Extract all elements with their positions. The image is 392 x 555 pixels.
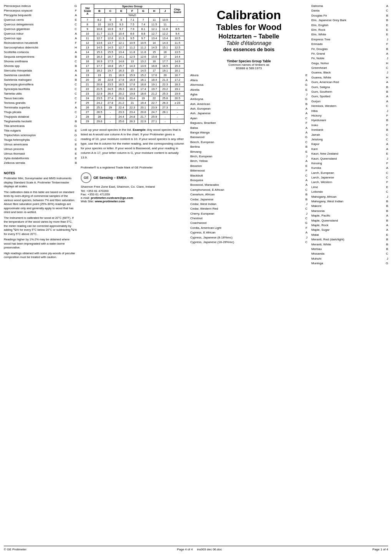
wood-list-item: DahomaA	[311, 4, 388, 8]
wood-list-item: BlackbuttC	[190, 173, 307, 178]
wood-list-item: MakoreB	[311, 204, 388, 208]
table-row: 2524.227.821.22119.422.726.3≥ 23	[81, 101, 184, 105]
calibration-sub-title2: Holztzarten – Tabelle	[190, 33, 307, 40]
wood-list-item: Gum, SalignaB	[311, 85, 388, 90]
calibration-sub-title4: des essences de bois	[190, 47, 307, 53]
wood-list-item: Cypress, Japanese (8-18%mc)J	[190, 235, 307, 240]
wood-list-item: GurjunA	[311, 99, 388, 104]
left-species-item: Quercus delegatensisC	[4, 22, 77, 27]
left-species-item: Triplochiton scleroxylonG	[4, 133, 77, 138]
wood-list-item: Mahogany, West IndianB	[311, 199, 388, 204]
left-species-item: Swietenia mahoganiB	[4, 78, 77, 82]
wood-list-item: Gum, American RedA	[311, 80, 388, 85]
left-species-item: Pterocarpus soyauxiiF	[4, 8, 77, 13]
wood-list-item: AfaraA	[190, 78, 307, 83]
wood-list-item: Empress TreeJ	[311, 37, 388, 42]
left-column: Pterocarpus indicusGPterocarpus soyauxii…	[4, 4, 77, 542]
notes-paragraph: Protimeter Mini, Surveymaster and MMS in…	[4, 177, 77, 189]
calibration-title-block: Calibration Tables for Wood Holztzarten …	[190, 4, 307, 56]
table-row: 2423.527.420.820.4192225.820.5	[81, 96, 184, 101]
wood-list-item: IronbankB	[311, 128, 388, 132]
left-species-item: Xylia dolabriformisE	[4, 156, 77, 161]
table-row: 2322.926.420.219.818.621.225.319.9	[81, 92, 184, 96]
table-row: 1011.711.510.48.68.812.712.29.4	[81, 32, 184, 36]
wood-list-item: Cordia, American LightF	[190, 226, 307, 230]
ge-company: GE Sensing – EMEA	[93, 176, 127, 180]
page-container: Pterocarpus indicusGPterocarpus soyauxii…	[0, 0, 392, 555]
table-row: 910.810.99.77.98.112.111.68.5	[81, 27, 184, 32]
wood-list-item: JarrahC	[311, 133, 388, 137]
wood-list-item: Boxwood, MaracaiboA	[190, 183, 307, 187]
wood-list-item: ChestnutC	[190, 216, 307, 221]
wood-list-item: HyedunaniB	[311, 118, 388, 123]
wood-list-item: Canarium, AfricanB	[190, 192, 307, 197]
left-species-item: Ulmus americanaE	[4, 142, 77, 147]
left-species-item: Thujopsis dolabratJ	[4, 115, 77, 119]
timber-table-desc: Timber Species Group Table Common names …	[190, 59, 307, 70]
wood-list-item: Maple, PacificA	[311, 213, 388, 218]
wood-list-item: Kauri, QueenslandJ	[311, 157, 388, 161]
wood-list-item: MuhuhiJ	[311, 257, 388, 261]
example-label: Example:	[133, 128, 146, 132]
ge-tel: Tel: +353 61 470200	[81, 189, 184, 193]
table-row: 19192116.915.915.217.62016.7	[81, 73, 184, 78]
notes-paragraph: High readings obtained with some ply-woo…	[4, 252, 77, 260]
notes-title: NOTES	[4, 171, 77, 175]
left-species-item: Quercus roburA	[4, 32, 77, 36]
chipboard-header: Chip-board	[171, 4, 184, 18]
left-species-item: Pterocarpus indicusG	[4, 4, 77, 8]
wood-list-item: Maple, SugarA	[311, 228, 388, 232]
table-row: 78.2987.171110.5-	[81, 18, 184, 22]
wood-list-item: Cypress, Japanese (18-28%mc)C	[190, 240, 307, 245]
wood-list-item: Meranti, Red (dark/light)B	[311, 237, 388, 242]
ge-email-line: e-mail: protimeter.custcare@ge.com	[81, 196, 184, 200]
notes-paragraph: The instrument is calibrated for wood at…	[4, 216, 77, 237]
col-header: F	[127, 9, 138, 13]
wood-list-item: LimeE	[311, 185, 388, 190]
wood-list-item: Cedar, West IndianJ	[190, 202, 307, 207]
wood-list-item: BisselonE	[190, 164, 307, 168]
wood-list-item: Kauri, New ZealandE	[311, 152, 388, 156]
col-header: C	[105, 9, 116, 13]
wood-list-item: Douglas FirB	[311, 13, 388, 18]
wood-list-item: BasswoodG	[190, 135, 307, 140]
col-header: J	[159, 9, 171, 13]
wood-list-item: MataiE	[311, 233, 388, 237]
notes-section: NOTES Protimeter Mini, Surveymaster and …	[4, 171, 77, 260]
wood-list-item: IrokoF	[311, 123, 388, 128]
wood-list-item: Fir, NobleJ	[311, 56, 388, 61]
wood-list-item: Fir, DouglasB	[311, 47, 388, 52]
wood-list-item: Cypress, E AfricanA	[190, 230, 307, 235]
wood-list-item: MerbauB	[311, 247, 388, 252]
wood-list-item: Ash, JapaneseA	[190, 111, 307, 116]
wood-list-item: AfzeliaE	[190, 88, 307, 92]
wood-list-item: CoachwoodG	[190, 221, 307, 225]
notes-paragraph: The calibration data in this table are b…	[4, 190, 77, 215]
left-species-item: Quercus sppA	[4, 36, 77, 41]
main-content: Pterocarpus indicusGPterocarpus soyauxii…	[4, 4, 388, 542]
table-row: 2929.6-25.626.322.927.1--	[81, 119, 184, 124]
wood-list-item: AgbaJ	[190, 92, 307, 97]
table-row: 2625.32922.422.320.123.927.3-	[81, 105, 184, 110]
footer-copyright: © GE Protimeter	[4, 548, 27, 551]
wood-list-item: Camphorwood, E AfricanC	[190, 188, 307, 192]
wood-list-item: Elm, EnglishE	[311, 23, 388, 28]
ge-email-link[interactable]: protimeter.custcare@ge.com	[91, 196, 133, 200]
middle-column: StdScaleA Species Group Chip-board BCEFG…	[79, 4, 186, 542]
wood-list-item: Hemlock, WesternC	[311, 104, 388, 108]
wood-list-item: KarriA	[311, 147, 388, 152]
col-header: E	[116, 9, 127, 13]
ge-website-link[interactable]: www.protimeter.com	[95, 200, 125, 203]
wood-list-item: Larch, EuropeanC	[311, 171, 388, 175]
table-row: 202022.617.816.916.118.421.317.2	[81, 78, 184, 82]
footer: © GE Protimeter Page 4 of 4 ins003 dec 0…	[4, 546, 388, 551]
wood-list-item: BitterwoodF	[190, 168, 307, 173]
left-species-item: Tectona grandisF	[4, 101, 77, 105]
wood-list-item: Ash, EuropeanA	[190, 107, 307, 111]
wood-list-item: Cherry, EuropeanJ	[190, 212, 307, 216]
col-header: B	[94, 9, 105, 13]
species-group-table: StdScaleA Species Group Chip-board BCEFG…	[81, 4, 184, 124]
wood-list-item: Elm, Japanese Grey BarkB	[311, 18, 388, 23]
wood-list-item: BalsaA	[190, 126, 307, 130]
wood-list-item: Beech, EuropeanC	[190, 140, 307, 145]
